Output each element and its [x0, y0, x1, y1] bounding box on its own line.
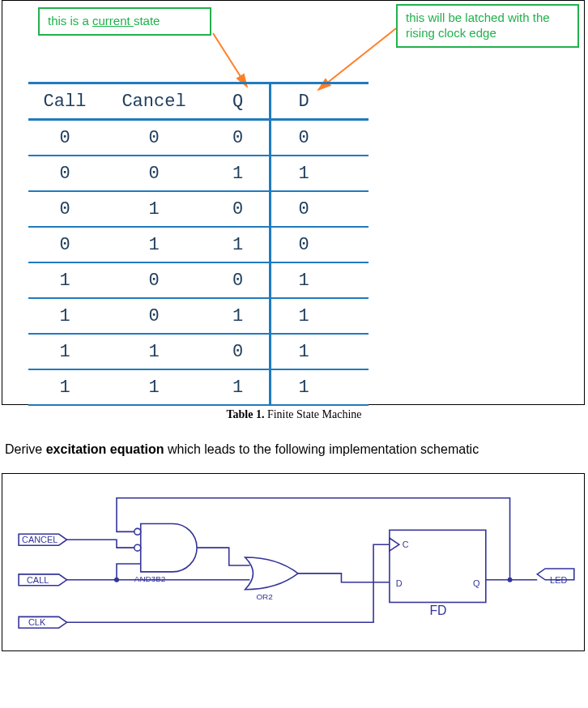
table-header-row: Call Cancel Q D: [28, 82, 369, 121]
cell: 0: [28, 121, 101, 155]
cell: 1: [28, 370, 101, 404]
svg-point-7: [134, 545, 141, 552]
svg-text:OR2: OR2: [256, 592, 272, 601]
th-call: Call: [28, 84, 101, 118]
caption-label: Table 1.: [226, 408, 264, 420]
svg-text:C: C: [403, 540, 409, 550]
cell: 1: [101, 192, 207, 226]
cell: 1: [271, 299, 336, 333]
cell: 0: [28, 192, 101, 226]
table-row: 1 0 0 1: [28, 263, 369, 299]
cell: 1: [207, 370, 271, 404]
cell: 0: [207, 263, 271, 297]
cell: 1: [28, 263, 101, 297]
svg-text:CALL: CALL: [27, 575, 49, 585]
text: Derive: [5, 442, 46, 456]
cell: 0: [28, 228, 101, 262]
and3b2-gate: AND3B2: [134, 524, 197, 583]
cell: 1: [271, 370, 336, 404]
text-bold: excitation equation: [46, 442, 164, 456]
svg-point-6: [134, 529, 141, 535]
cell: 0: [271, 228, 336, 262]
table-row: 1 1 1 1: [28, 370, 369, 406]
svg-text:AND3B2: AND3B2: [134, 574, 165, 583]
table-caption: Table 1. Finite State Machine: [0, 408, 588, 421]
truth-table-figure: this is a current state this will be lat…: [2, 0, 585, 405]
or2-gate: OR2: [245, 557, 298, 601]
cell: 1: [101, 370, 207, 404]
cell: 0: [101, 156, 207, 190]
cell: 0: [207, 335, 271, 369]
schematic-figure: CANCEL CALL CLK LED AND3B2: [2, 473, 585, 651]
cell: 1: [207, 156, 271, 190]
cell: 0: [207, 121, 271, 155]
port-led: LED: [537, 569, 574, 585]
cell: 0: [271, 192, 336, 226]
table-row: 0 0 1 1: [28, 156, 369, 192]
cell: 0: [28, 156, 101, 190]
callout-current-state: this is a current state: [38, 7, 211, 36]
cell: 0: [271, 121, 336, 155]
svg-line-0: [213, 33, 247, 87]
table-row: 0 0 0 0: [28, 121, 369, 156]
table-row: 0 1 0 0: [28, 192, 369, 228]
cell: 0: [207, 192, 271, 226]
cell: 1: [101, 335, 207, 369]
cell: 1: [207, 299, 271, 333]
instruction-text: Derive excitation equation which leads t…: [5, 441, 585, 458]
cell: 0: [101, 299, 207, 333]
d-flipflop: C D Q FD: [390, 531, 486, 618]
svg-point-15: [114, 578, 119, 582]
cell: 1: [28, 299, 101, 333]
cell: 0: [101, 263, 207, 297]
cell: 1: [28, 335, 101, 369]
svg-text:CLK: CLK: [28, 618, 46, 628]
svg-text:CANCEL: CANCEL: [22, 535, 58, 545]
svg-text:D: D: [396, 578, 403, 588]
cell: 1: [101, 228, 207, 262]
th-d: D: [271, 84, 336, 118]
table-row: 1 1 0 1: [28, 335, 369, 370]
port-clk: CLK: [19, 617, 66, 629]
svg-text:FD: FD: [429, 604, 446, 618]
port-cancel: CANCEL: [19, 535, 66, 546]
th-q: Q: [207, 84, 271, 118]
cell: 1: [207, 228, 271, 262]
port-call: CALL: [19, 574, 66, 586]
cell: 0: [101, 121, 207, 155]
truth-table: Call Cancel Q D 0 0 0 0 0 0 1 1 0 1 0: [28, 82, 369, 390]
svg-line-1: [318, 28, 396, 90]
text: which leads to the following implementat…: [164, 442, 479, 456]
svg-text:LED: LED: [550, 575, 567, 585]
caption-text: Finite State Machine: [267, 408, 362, 420]
table-row: 0 1 1 0: [28, 228, 369, 263]
callout-latched: this will be latched with the rising clo…: [396, 4, 579, 48]
svg-text:Q: Q: [473, 578, 479, 588]
cell: 1: [271, 156, 336, 190]
table-row: 1 0 1 1: [28, 299, 369, 335]
th-cancel: Cancel: [101, 84, 207, 118]
cell: 1: [271, 335, 336, 369]
svg-point-16: [508, 578, 513, 582]
cell: 1: [271, 263, 336, 297]
